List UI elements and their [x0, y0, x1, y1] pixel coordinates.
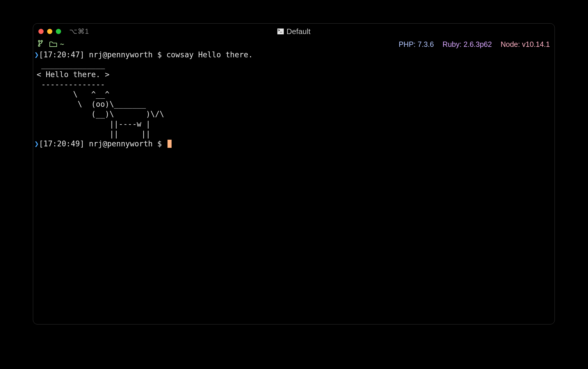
command-output: ______________ < Hello there. > --------…: [33, 60, 555, 139]
git-branch-icon: [38, 40, 43, 49]
command-text-1: cowsay Hello there.: [166, 50, 253, 60]
node-version-label: Node: v10.14.1: [500, 40, 550, 49]
prompt-line-2: ❯[17:20:49] nrj@pennyworth $: [33, 139, 555, 149]
terminal-body[interactable]: ❯[17:20:47] nrj@pennyworth $ cowsay Hell…: [33, 49, 555, 149]
close-button[interactable]: [38, 29, 44, 34]
status-left: ~: [38, 40, 64, 49]
prompt-line-1: ❯[17:20:47] nrj@pennyworth $ cowsay Hell…: [33, 50, 555, 60]
window-title: Default: [286, 27, 310, 36]
prompt-prefix-2: [17:20:49] nrj@pennyworth $: [39, 139, 166, 149]
status-row: ~ PHP: 7.3.6 Ruby: 2.6.3p62 Node: v10.14…: [33, 39, 555, 49]
desktop-background: ⌥⌘1 Default: [0, 0, 588, 369]
terminal-icon: [277, 29, 284, 34]
php-version-label: PHP: 7.3.6: [399, 40, 434, 49]
ruby-version-label: Ruby: 2.6.3p62: [443, 40, 492, 49]
title-bar: ⌥⌘1 Default: [33, 24, 555, 39]
cursor: [168, 140, 172, 148]
cwd-indicator: ~: [49, 40, 64, 48]
prompt-chevron-icon: ❯: [33, 139, 39, 149]
cwd-path-label: ~: [60, 40, 64, 48]
svg-point-1: [41, 40, 42, 42]
maximize-button[interactable]: [56, 29, 61, 34]
title-center: Default: [277, 27, 310, 36]
prompt-prefix-1: [17:20:47] nrj@pennyworth $: [39, 50, 166, 60]
minimize-button[interactable]: [47, 29, 52, 34]
svg-point-2: [38, 45, 40, 46]
prompt-chevron-icon: ❯: [33, 50, 39, 60]
terminal-window: ⌥⌘1 Default: [33, 23, 555, 324]
svg-point-0: [38, 40, 40, 42]
tab-shortcut-label: ⌥⌘1: [69, 27, 89, 36]
traffic-lights: [38, 29, 61, 34]
folder-icon: [49, 41, 57, 47]
status-right: PHP: 7.3.6 Ruby: 2.6.3p62 Node: v10.14.1: [399, 40, 550, 49]
